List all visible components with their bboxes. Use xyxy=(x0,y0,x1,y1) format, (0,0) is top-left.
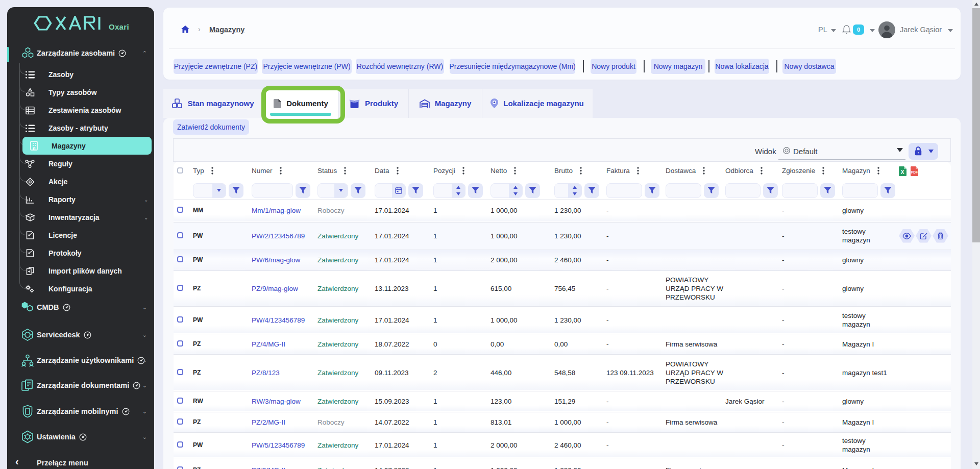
svg-text:PDF: PDF xyxy=(911,170,918,174)
svg-text:X: X xyxy=(901,169,904,175)
